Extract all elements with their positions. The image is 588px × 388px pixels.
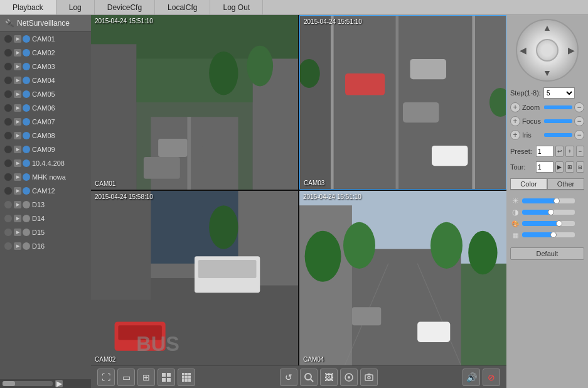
cam-item-cam04[interactable]: CAM04	[0, 73, 91, 87]
cam-label: D15	[32, 229, 45, 236]
saturation-end	[577, 220, 584, 227]
scrollbar-area[interactable]: ▶	[0, 379, 91, 388]
audio-btn[interactable]: 🔊	[462, 369, 480, 386]
cam-item-10.4.4.208[interactable]: 10.4.4.208	[0, 156, 91, 170]
cam-item-mhknowa[interactable]: MHK nowa	[0, 170, 91, 184]
zoom-slider[interactable]	[544, 105, 572, 109]
cam-item-cam03[interactable]: CAM03	[0, 60, 91, 73]
cam-item-d15[interactable]: D15	[0, 225, 91, 239]
record-btn[interactable]	[340, 369, 358, 386]
ptz-right-btn[interactable]: ▶	[568, 45, 575, 55]
cam-item-cam05[interactable]: CAM05	[0, 87, 91, 101]
step-select[interactable]: 51234678	[543, 87, 575, 99]
focus-minus-btn[interactable]: −	[574, 116, 584, 126]
scroll-right-btn[interactable]: ▶	[55, 380, 63, 387]
cam-label: CAM02	[32, 49, 55, 57]
cam-play-btn[interactable]	[14, 229, 21, 236]
preset-label: Preset:	[510, 148, 534, 155]
cam-item-d16[interactable]: D16	[0, 239, 91, 253]
cam-play-btn[interactable]	[14, 104, 21, 112]
iris-slider[interactable]	[544, 133, 572, 137]
single-view-btn[interactable]: ▭	[117, 369, 135, 386]
cam-play-btn[interactable]	[14, 49, 21, 57]
tab-color[interactable]: Color	[510, 178, 547, 190]
tour-input[interactable]	[536, 161, 553, 173]
video-cell-3[interactable]: BUS 2015-04-24 15:58:10 CAM02	[91, 191, 298, 365]
cam-play-btn[interactable]	[14, 90, 21, 98]
svg-rect-21	[403, 102, 439, 122]
cam-play-btn[interactable]	[14, 173, 21, 181]
cam-item-cam08[interactable]: CAM08	[0, 129, 91, 143]
quad-view-btn[interactable]: ⊞	[137, 369, 155, 386]
cam-status-icon	[23, 201, 30, 208]
cam-item-cam06[interactable]: CAM06	[0, 101, 91, 115]
cam-play-btn[interactable]	[14, 146, 21, 153]
menu-logout[interactable]: Log Out	[210, 0, 263, 14]
video-cell-1[interactable]: 2015-04-24 15:51:10 CAM01	[91, 15, 298, 190]
video-cell-4[interactable]: 2015-04-24 15:51:10 CAM04	[299, 191, 506, 365]
cam-power-icon	[4, 76, 13, 85]
menu-localcfg[interactable]: LocalCfg	[155, 0, 210, 14]
cam-play-btn[interactable]	[14, 63, 21, 70]
zoom-plus-btn[interactable]: +	[510, 102, 520, 112]
preset-goto-btn[interactable]: ↩	[555, 146, 564, 157]
tour-play-btn[interactable]: ▶	[555, 161, 564, 173]
ptz-ring[interactable]: ▲ ▼ ◀ ▶	[516, 19, 579, 82]
cam-play-btn[interactable]	[14, 132, 21, 139]
ptz-left-btn[interactable]: ◀	[520, 45, 527, 55]
saturation-slider[interactable]	[522, 221, 575, 226]
ptz-down-btn[interactable]: ▼	[543, 68, 552, 78]
svg-rect-53	[167, 378, 171, 382]
cam-play-btn[interactable]	[14, 159, 21, 167]
video-cell-2[interactable]: 2015-04-24 15:51:10 CAM03	[299, 15, 506, 190]
hue-slider[interactable]	[522, 232, 575, 237]
grid9-btn[interactable]	[178, 369, 195, 386]
menu-playback[interactable]: Playback	[0, 0, 56, 14]
brightness-slider[interactable]	[522, 198, 575, 203]
cam-item-d13[interactable]: D13	[0, 198, 91, 212]
cam-play-btn[interactable]	[14, 35, 21, 43]
zoom-row: + Zoom −	[510, 102, 584, 112]
cam-item-cam01[interactable]: CAM01	[0, 32, 91, 46]
zoom-minus-btn[interactable]: −	[574, 102, 584, 112]
preset-add-btn[interactable]: +	[565, 146, 574, 157]
ptz-center[interactable]	[536, 39, 559, 62]
default-btn[interactable]: Default	[510, 247, 584, 260]
cam-item-cam12[interactable]: CAM12	[0, 184, 91, 198]
contrast-slider[interactable]	[522, 210, 575, 215]
cam-item-d14[interactable]: D14	[0, 212, 91, 225]
saturation-icon: 🎨	[510, 218, 520, 229]
cam-item-cam02[interactable]: CAM02	[0, 46, 91, 60]
network-icon: 🔌	[5, 19, 14, 28]
cam-item-cam07[interactable]: CAM07	[0, 115, 91, 129]
tour-list-btn[interactable]: ⊟	[576, 161, 584, 173]
preset-input[interactable]	[536, 146, 553, 157]
image-btn[interactable]: 🖼	[320, 369, 338, 386]
svg-point-8	[247, 46, 273, 87]
menu-devicecfg[interactable]: DeviceCfg	[95, 0, 155, 14]
tour-grid-btn[interactable]: ⊞	[565, 161, 574, 173]
menu-log[interactable]: Log	[56, 0, 95, 14]
ptz-control: ▲ ▼ ◀ ▶	[510, 19, 584, 82]
zoom-btn[interactable]	[300, 369, 318, 386]
grid4-btn[interactable]	[158, 369, 175, 386]
cam-play-btn[interactable]	[14, 77, 21, 84]
cam-play-btn[interactable]	[14, 118, 21, 126]
focus-slider[interactable]	[544, 119, 572, 123]
cam-item-cam09[interactable]: CAM09	[0, 143, 91, 156]
snapshot-btn[interactable]	[360, 369, 378, 386]
mute-btn[interactable]: ⊘	[483, 369, 500, 386]
preset-del-btn[interactable]: −	[576, 146, 584, 157]
cam-play-btn[interactable]	[14, 242, 21, 250]
ptz-up-btn[interactable]: ▲	[543, 23, 552, 33]
cam-play-btn[interactable]	[14, 201, 21, 208]
iris-minus-btn[interactable]: −	[574, 130, 584, 140]
svg-point-7	[209, 51, 238, 95]
refresh-btn[interactable]: ↺	[280, 369, 297, 386]
fullscreen-btn[interactable]: ⛶	[97, 369, 115, 386]
focus-plus-btn[interactable]: +	[510, 116, 520, 126]
tab-other[interactable]: Other	[547, 178, 584, 190]
cam-play-btn[interactable]	[14, 215, 21, 222]
cam-play-btn[interactable]	[14, 187, 21, 195]
iris-plus-btn[interactable]: +	[510, 130, 520, 140]
